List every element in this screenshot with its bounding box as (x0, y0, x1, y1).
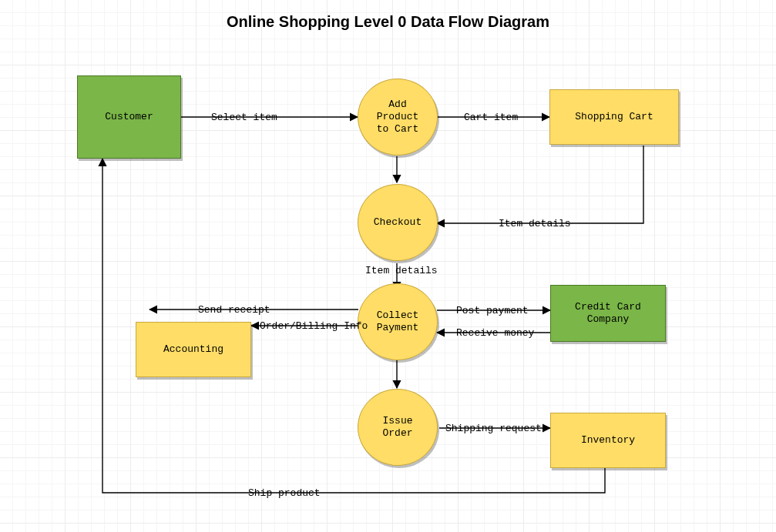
store-accounting-label: Accounting (163, 343, 223, 356)
store-accounting: Accounting (136, 322, 251, 377)
store-inventory: Inventory (550, 413, 666, 468)
entity-credit-card: Credit Card Company (550, 285, 666, 342)
process-checkout: Checkout (358, 184, 438, 261)
entity-customer: Customer (77, 75, 181, 159)
process-issue-order-label: Issue Order (382, 415, 412, 440)
edge-send-receipt: Send receipt (197, 304, 272, 316)
edge-receive-money: Receive money (455, 327, 536, 339)
edge-order-billing: Order/Billing Info (258, 320, 369, 332)
edge-ship-product: Ship product (247, 487, 322, 499)
process-issue-order: Issue Order (358, 389, 438, 466)
process-add-product: Add Product to Cart (358, 79, 438, 156)
process-add-product-label: Add Product to Cart (377, 99, 419, 136)
edge-post-payment: Post payment (455, 305, 530, 316)
edge-select-item: Select item (210, 112, 279, 123)
process-checkout-label: Checkout (374, 216, 422, 229)
edge-ship-request: Shipping request (444, 423, 543, 434)
process-collect-label: Collect Payment (377, 309, 419, 335)
store-shopping-cart: Shopping Cart (549, 89, 679, 145)
store-inventory-label: Inventory (581, 434, 635, 447)
diagram-title: Online Shopping Level 0 Data Flow Diagra… (0, 13, 776, 31)
edge-item-details-v: Item details (364, 265, 439, 276)
entity-credit-card-label: Credit Card Company (575, 301, 641, 326)
edge-item-details-r: Item details (497, 218, 573, 229)
store-shopping-cart-label: Shopping Cart (575, 111, 653, 123)
edge-cart-item: Cart item (462, 112, 519, 123)
entity-customer-label: Customer (105, 111, 153, 123)
process-collect: Collect Payment (358, 283, 438, 360)
